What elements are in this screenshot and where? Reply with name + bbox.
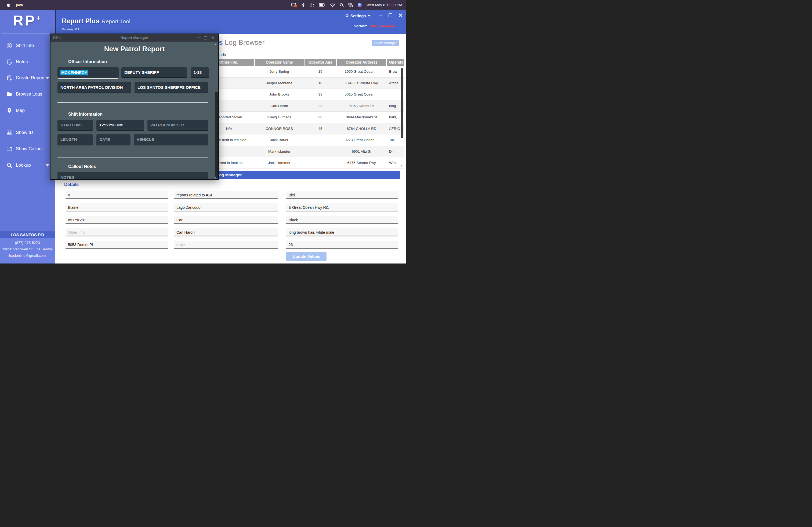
spotlight-search-icon[interactable] bbox=[340, 3, 344, 7]
detail-field[interactable]: Black bbox=[286, 216, 398, 224]
sidebar-item-shift-info[interactable]: Shift Info bbox=[0, 40, 55, 51]
screen-record-icon[interactable] bbox=[291, 3, 297, 7]
maximize-button[interactable] bbox=[389, 13, 392, 17]
cell-operator-name: Jasper Montana bbox=[255, 77, 304, 89]
detail-field[interactable]: Blaine bbox=[66, 204, 168, 211]
sidebar-item-browse-logs[interactable]: Browse Logs bbox=[0, 89, 55, 100]
sidebar-item-label: Map bbox=[16, 108, 25, 113]
cell-operator-age: 18 bbox=[305, 77, 336, 89]
detail-field[interactable]: 23 bbox=[286, 241, 398, 249]
patrolnumber-field[interactable]: PATROLNUMBER bbox=[147, 120, 208, 131]
control-center-icon[interactable] bbox=[348, 3, 353, 7]
detail-field[interactable]: Carl Haron bbox=[174, 228, 278, 236]
officer-name-field[interactable]: MCKENNEDY bbox=[57, 67, 119, 79]
bluetooth-icon[interactable] bbox=[302, 3, 305, 7]
detail-field[interactable]: reports related to #14 bbox=[174, 191, 278, 199]
folder-icon bbox=[6, 91, 12, 97]
page-title: s Log Browser bbox=[219, 39, 264, 47]
sidebar-item-show-id[interactable]: Show ID bbox=[0, 127, 55, 138]
detail-field[interactable]: 5053 Dorset Pl bbox=[66, 241, 168, 249]
modal-maximize-button[interactable] bbox=[204, 36, 207, 40]
scroll-up-arrow[interactable]: ⌃ bbox=[400, 64, 403, 68]
active-app-name[interactable]: java bbox=[16, 3, 23, 7]
siri-icon[interactable] bbox=[358, 3, 362, 7]
show-manager-button[interactable]: Show Manager bbox=[372, 40, 399, 46]
log-manager-label: Log Manager bbox=[217, 172, 242, 177]
update-values-button[interactable]: Update Values bbox=[286, 252, 327, 261]
detail-field[interactable]: Lago Zancudo bbox=[174, 204, 278, 211]
starttime-field[interactable]: STARTTIME bbox=[57, 120, 93, 131]
battery-icon[interactable] bbox=[319, 3, 325, 7]
officer-badge-field[interactable]: 1-18 bbox=[191, 67, 209, 78]
settings-menu[interactable]: ⚙ Settings bbox=[345, 13, 370, 18]
detail-field-placeholder[interactable]: Other Info. bbox=[66, 228, 168, 236]
modal-scroll-down-arrow[interactable]: ⌄ bbox=[214, 175, 217, 178]
close-button[interactable]: ✕ bbox=[398, 12, 403, 18]
wifi-icon[interactable] bbox=[330, 3, 335, 7]
date-field[interactable]: DATE bbox=[97, 134, 130, 146]
screen: java bbox=[0, 0, 406, 264]
server-label: Server: bbox=[354, 24, 367, 28]
create-report-icon bbox=[6, 75, 12, 81]
server-status: Not Connected bbox=[370, 24, 395, 28]
chevron-down-icon[interactable] bbox=[46, 77, 49, 79]
sidebar-item-label: Show ID bbox=[16, 130, 33, 135]
sidebar-divider bbox=[2, 33, 53, 34]
detail-field[interactable]: E Great Ocean Hwy Rt1 bbox=[286, 204, 398, 211]
detail-field[interactable]: Car bbox=[174, 216, 278, 224]
app-title: Report PlusReport Tool bbox=[62, 17, 130, 25]
scroll-right-arrow[interactable]: › bbox=[401, 163, 402, 168]
cell-operator-address: 1950 Great Ocean ... bbox=[337, 66, 386, 77]
chevron-down-icon[interactable] bbox=[46, 164, 49, 167]
officer-office-field[interactable]: LOS SANTOS SHERIFFS OFFICE bbox=[134, 82, 208, 93]
detail-field[interactable]: 0 bbox=[66, 191, 168, 199]
scroll-down-arrow[interactable]: ⌄ bbox=[400, 159, 403, 162]
modal-close-button[interactable]: ✕ bbox=[211, 35, 215, 40]
apple-icon[interactable] bbox=[6, 3, 11, 7]
modal-scrollbar-thumb[interactable] bbox=[215, 92, 218, 178]
cell-operator-address: 6764 CHOLLA RD bbox=[337, 123, 386, 135]
sidebar-item-notes[interactable]: Notes bbox=[0, 57, 55, 67]
officer-division-field[interactable]: NORTH AREA PATROL DIVISION bbox=[57, 82, 131, 93]
column-header-operator-address[interactable]: Operator Address bbox=[337, 59, 386, 66]
map-pin-icon bbox=[6, 108, 12, 114]
org-phone: (877)-275-5273 bbox=[0, 241, 55, 245]
sidebar-item-create-report[interactable]: Create Report bbox=[0, 73, 55, 83]
sidebar-contact-block: (877)-275-5273 19020 Vanowen St, Los San… bbox=[0, 238, 55, 264]
sidebar-item-show-callout[interactable]: Show Callout bbox=[0, 144, 55, 154]
macos-menubar: java bbox=[0, 0, 406, 10]
modal-scroll-up-arrow[interactable]: ⌃ bbox=[214, 44, 217, 47]
report-manager-titlebar[interactable]: RP+ Report Manager ✕ bbox=[50, 34, 218, 42]
app-subtitle: Report Tool bbox=[102, 18, 130, 25]
gear-icon: ⚙ bbox=[345, 13, 349, 18]
current-time-field[interactable]: 12:38:50 PM bbox=[97, 120, 144, 131]
vehicle-field[interactable]: VEHICLE bbox=[134, 134, 208, 146]
modal-minimize-button[interactable] bbox=[197, 37, 201, 39]
column-header-operator-name[interactable]: Operator Name bbox=[255, 59, 304, 66]
menubar-clock[interactable]: Wed May 8 12:39 PM bbox=[366, 3, 402, 7]
cell-operator-address: 3694 Macdonald St bbox=[337, 111, 386, 123]
cell-operator-age bbox=[305, 146, 336, 157]
column-header-operator-age[interactable]: Operator Age bbox=[305, 59, 336, 66]
detail-field[interactable]: 85XYK201 bbox=[66, 216, 168, 224]
cell-operator-name: Jack Bauer bbox=[255, 134, 304, 146]
vertical-scrollbar-thumb[interactable] bbox=[401, 68, 403, 138]
detail-field[interactable]: long brown hair, white male bbox=[286, 228, 398, 236]
keyboard-brightness-icon[interactable] bbox=[309, 3, 314, 7]
sidebar-item-lookup[interactable]: Lookup bbox=[0, 160, 55, 171]
window-edge-divider bbox=[55, 10, 56, 34]
length-field[interactable]: LENGTH bbox=[57, 134, 93, 146]
details-heading: Details bbox=[64, 182, 79, 187]
cell-operator-name: Jack Hammer bbox=[255, 157, 304, 169]
minimize-button[interactable] bbox=[379, 16, 383, 16]
detail-field[interactable]: Bixl bbox=[286, 191, 398, 199]
detail-field[interactable]: male bbox=[174, 241, 278, 249]
officer-rank-field[interactable]: DEPUTY SHERIFF bbox=[121, 67, 187, 78]
sidebar-item-label: Browse Logs bbox=[16, 91, 42, 97]
sidebar-item-map[interactable]: Map bbox=[0, 105, 55, 116]
notes-field[interactable]: NOTES bbox=[57, 172, 208, 180]
section-divider bbox=[57, 157, 208, 157]
cell-operator-name: Kreyg Dumzos bbox=[255, 111, 304, 123]
modal-title: Report Manager bbox=[50, 36, 218, 40]
cell-operator-age: 23 bbox=[305, 100, 336, 112]
